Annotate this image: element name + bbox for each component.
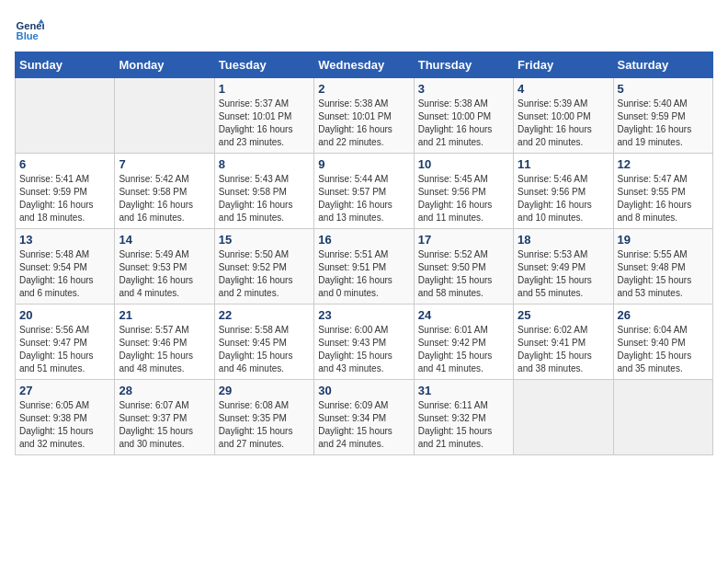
day-number: 25 (518, 308, 609, 322)
calendar-cell (613, 380, 712, 455)
calendar-cell: 8Sunrise: 5:43 AM Sunset: 9:58 PM Daylig… (214, 154, 313, 229)
day-number: 26 (618, 308, 709, 322)
calendar-cell: 2Sunrise: 5:38 AM Sunset: 10:01 PM Dayli… (314, 78, 414, 154)
day-number: 17 (418, 233, 509, 247)
calendar-cell: 21Sunrise: 5:57 AM Sunset: 9:46 PM Dayli… (115, 304, 214, 380)
svg-text:Blue: Blue (17, 30, 39, 41)
calendar-cell: 16Sunrise: 5:51 AM Sunset: 9:51 PM Dayli… (314, 229, 414, 304)
day-number: 23 (318, 308, 409, 322)
calendar-cell: 30Sunrise: 6:09 AM Sunset: 9:34 PM Dayli… (314, 380, 414, 455)
cell-info: Sunrise: 6:07 AM Sunset: 9:37 PM Dayligh… (119, 399, 210, 451)
day-number: 4 (518, 82, 609, 96)
day-number: 1 (219, 82, 310, 96)
calendar-cell: 18Sunrise: 5:53 AM Sunset: 9:49 PM Dayli… (514, 229, 613, 304)
calendar-cell: 25Sunrise: 6:02 AM Sunset: 9:41 PM Dayli… (514, 304, 613, 380)
weekday-header-friday: Friday (514, 52, 613, 78)
calendar-cell: 28Sunrise: 6:07 AM Sunset: 9:37 PM Dayli… (115, 380, 214, 455)
weekday-header-saturday: Saturday (613, 52, 712, 78)
cell-info: Sunrise: 6:00 AM Sunset: 9:43 PM Dayligh… (318, 324, 409, 375)
cell-info: Sunrise: 5:38 AM Sunset: 10:00 PM Daylig… (418, 98, 509, 149)
day-number: 27 (19, 384, 110, 397)
day-number: 15 (219, 233, 310, 247)
day-number: 16 (318, 233, 409, 247)
cell-info: Sunrise: 5:58 AM Sunset: 9:45 PM Dayligh… (219, 324, 310, 375)
day-number: 30 (318, 384, 409, 397)
calendar-week-3: 13Sunrise: 5:48 AM Sunset: 9:54 PM Dayli… (16, 229, 713, 304)
calendar-table: SundayMondayTuesdayWednesdayThursdayFrid… (15, 52, 713, 455)
calendar-cell: 20Sunrise: 5:56 AM Sunset: 9:47 PM Dayli… (16, 304, 115, 380)
cell-info: Sunrise: 5:48 AM Sunset: 9:54 PM Dayligh… (19, 248, 110, 300)
cell-info: Sunrise: 6:11 AM Sunset: 9:32 PM Dayligh… (418, 399, 509, 451)
day-number: 7 (119, 157, 210, 171)
day-number: 28 (119, 384, 210, 397)
cell-info: Sunrise: 5:45 AM Sunset: 9:56 PM Dayligh… (418, 173, 509, 224)
calendar-cell: 12Sunrise: 5:47 AM Sunset: 9:55 PM Dayli… (613, 154, 712, 229)
day-number: 3 (418, 82, 509, 96)
day-number: 6 (19, 157, 110, 171)
calendar-cell: 26Sunrise: 6:04 AM Sunset: 9:40 PM Dayli… (613, 304, 712, 380)
cell-info: Sunrise: 5:53 AM Sunset: 9:49 PM Dayligh… (518, 248, 609, 300)
cell-info: Sunrise: 5:55 AM Sunset: 9:48 PM Dayligh… (618, 248, 709, 300)
calendar-cell: 29Sunrise: 6:08 AM Sunset: 9:35 PM Dayli… (214, 380, 313, 455)
cell-info: Sunrise: 5:50 AM Sunset: 9:52 PM Dayligh… (219, 248, 310, 300)
day-number: 9 (318, 157, 409, 171)
calendar-cell (115, 78, 214, 154)
cell-info: Sunrise: 5:46 AM Sunset: 9:56 PM Dayligh… (518, 173, 609, 224)
cell-info: Sunrise: 5:40 AM Sunset: 9:59 PM Dayligh… (618, 98, 709, 149)
weekday-header-wednesday: Wednesday (314, 52, 414, 78)
calendar-cell (514, 380, 613, 455)
cell-info: Sunrise: 5:51 AM Sunset: 9:51 PM Dayligh… (318, 248, 409, 300)
calendar-cell: 11Sunrise: 5:46 AM Sunset: 9:56 PM Dayli… (514, 154, 613, 229)
calendar-cell: 31Sunrise: 6:11 AM Sunset: 9:32 PM Dayli… (414, 380, 513, 455)
cell-info: Sunrise: 6:02 AM Sunset: 9:41 PM Dayligh… (518, 324, 609, 375)
cell-info: Sunrise: 6:05 AM Sunset: 9:38 PM Dayligh… (19, 399, 110, 451)
calendar-week-2: 6Sunrise: 5:41 AM Sunset: 9:59 PM Daylig… (16, 154, 713, 229)
calendar-cell: 7Sunrise: 5:42 AM Sunset: 9:58 PM Daylig… (115, 154, 214, 229)
day-number: 13 (19, 233, 110, 247)
day-number: 24 (418, 308, 509, 322)
cell-info: Sunrise: 5:44 AM Sunset: 9:57 PM Dayligh… (318, 173, 409, 224)
cell-info: Sunrise: 5:39 AM Sunset: 10:00 PM Daylig… (518, 98, 609, 149)
day-number: 8 (219, 157, 310, 171)
day-number: 5 (618, 82, 709, 96)
calendar-cell: 17Sunrise: 5:52 AM Sunset: 9:50 PM Dayli… (414, 229, 513, 304)
logo-icon: General Blue (15, 15, 44, 44)
calendar-cell: 9Sunrise: 5:44 AM Sunset: 9:57 PM Daylig… (314, 154, 414, 229)
day-number: 21 (119, 308, 210, 322)
day-number: 22 (219, 308, 310, 322)
day-number: 2 (318, 82, 409, 96)
calendar-cell: 5Sunrise: 5:40 AM Sunset: 9:59 PM Daylig… (613, 78, 712, 154)
cell-info: Sunrise: 6:08 AM Sunset: 9:35 PM Dayligh… (219, 399, 310, 451)
day-number: 12 (618, 157, 709, 171)
day-number: 18 (518, 233, 609, 247)
calendar-cell: 24Sunrise: 6:01 AM Sunset: 9:42 PM Dayli… (414, 304, 513, 380)
cell-info: Sunrise: 5:49 AM Sunset: 9:53 PM Dayligh… (119, 248, 210, 300)
weekday-header-tuesday: Tuesday (214, 52, 313, 78)
calendar-cell: 6Sunrise: 5:41 AM Sunset: 9:59 PM Daylig… (16, 154, 115, 229)
page-header: General Blue (15, 15, 713, 44)
day-number: 10 (418, 157, 509, 171)
day-number: 29 (219, 384, 310, 397)
weekday-header-thursday: Thursday (414, 52, 513, 78)
logo: General Blue (15, 15, 48, 44)
calendar-cell: 14Sunrise: 5:49 AM Sunset: 9:53 PM Dayli… (115, 229, 214, 304)
cell-info: Sunrise: 5:56 AM Sunset: 9:47 PM Dayligh… (19, 324, 110, 375)
calendar-week-4: 20Sunrise: 5:56 AM Sunset: 9:47 PM Dayli… (16, 304, 713, 380)
day-number: 11 (518, 157, 609, 171)
calendar-week-1: 1Sunrise: 5:37 AM Sunset: 10:01 PM Dayli… (16, 78, 713, 154)
calendar-cell: 23Sunrise: 6:00 AM Sunset: 9:43 PM Dayli… (314, 304, 414, 380)
calendar-week-5: 27Sunrise: 6:05 AM Sunset: 9:38 PM Dayli… (16, 380, 713, 455)
calendar-header-row: SundayMondayTuesdayWednesdayThursdayFrid… (16, 52, 713, 78)
cell-info: Sunrise: 5:57 AM Sunset: 9:46 PM Dayligh… (119, 324, 210, 375)
calendar-cell (16, 78, 115, 154)
calendar-cell: 10Sunrise: 5:45 AM Sunset: 9:56 PM Dayli… (414, 154, 513, 229)
cell-info: Sunrise: 6:01 AM Sunset: 9:42 PM Dayligh… (418, 324, 509, 375)
day-number: 20 (19, 308, 110, 322)
calendar-cell: 15Sunrise: 5:50 AM Sunset: 9:52 PM Dayli… (214, 229, 313, 304)
cell-info: Sunrise: 5:43 AM Sunset: 9:58 PM Dayligh… (219, 173, 310, 224)
calendar-cell: 13Sunrise: 5:48 AM Sunset: 9:54 PM Dayli… (16, 229, 115, 304)
calendar-cell: 19Sunrise: 5:55 AM Sunset: 9:48 PM Dayli… (613, 229, 712, 304)
cell-info: Sunrise: 5:38 AM Sunset: 10:01 PM Daylig… (318, 98, 409, 149)
day-number: 19 (618, 233, 709, 247)
day-number: 31 (418, 384, 509, 397)
